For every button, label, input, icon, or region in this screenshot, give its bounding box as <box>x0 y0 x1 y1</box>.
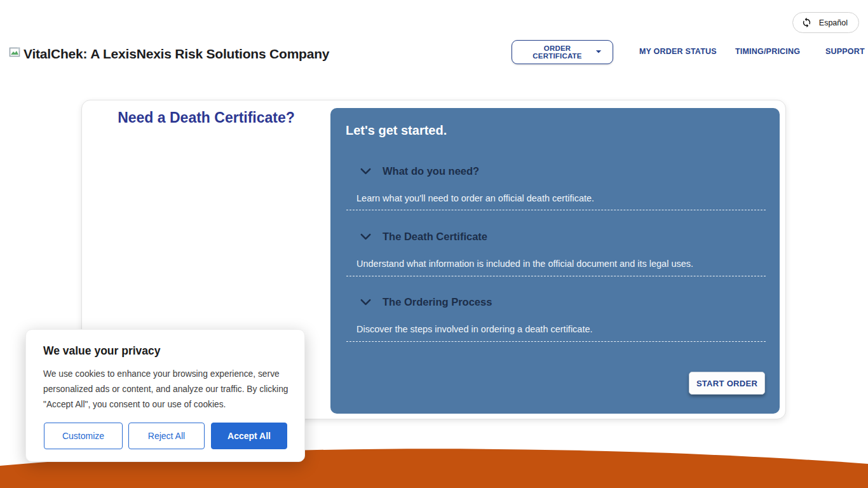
chevron-down-icon <box>358 164 373 179</box>
accordion-ordering-process[interactable]: The Ordering Process <box>358 295 492 309</box>
accordion-title: What do you need? <box>383 165 479 177</box>
nav-support[interactable]: SUPPORT <box>825 47 865 56</box>
accordion-what-do-you-need[interactable]: What do you need? <box>358 164 479 179</box>
broken-image-icon <box>9 46 22 62</box>
reject-all-button[interactable]: Reject All <box>128 423 205 449</box>
get-started-panel: Let's get started. What do you need? Lea… <box>330 108 780 414</box>
chevron-down-icon <box>592 45 605 59</box>
chevron-down-icon <box>358 295 373 309</box>
chevron-down-icon <box>358 229 373 244</box>
accordion-title: The Death Certificate <box>383 231 487 243</box>
customize-button[interactable]: Customize <box>44 423 123 449</box>
vitalchek-logo[interactable]: VitalChek: A LexisNexis Risk Solutions C… <box>9 46 329 62</box>
cookie-dialog-title: We value your privacy <box>43 344 161 358</box>
order-certificate-label: ORDER CERTIFICATE <box>522 44 592 60</box>
accordion-description: Discover the steps involved in ordering … <box>356 324 593 334</box>
accordion-death-certificate[interactable]: The Death Certificate <box>358 229 487 244</box>
language-toggle-button[interactable]: Español <box>792 12 859 33</box>
accept-all-button[interactable]: Accept All <box>211 423 287 449</box>
refresh-icon <box>801 17 812 28</box>
language-label: Español <box>819 18 848 27</box>
nav-my-order-status[interactable]: MY ORDER STATUS <box>639 47 717 56</box>
cookie-dialog-body: We use cookies to enhance your browsing … <box>43 367 292 412</box>
nav-timing-pricing[interactable]: TIMING/PRICING <box>735 47 800 56</box>
accordion-description: Understand what information is included … <box>356 259 693 269</box>
logo-alt-text: VitalChek: A LexisNexis Risk Solutions C… <box>24 46 329 62</box>
start-order-button[interactable]: START ORDER <box>689 372 765 395</box>
page-title: Need a Death Certificate? <box>82 109 330 126</box>
cookie-consent-dialog: We value your privacy We use cookies to … <box>25 329 305 462</box>
dashed-divider <box>346 210 766 210</box>
dashed-divider <box>346 341 766 342</box>
accordion-description: Learn what you'll need to order an offic… <box>356 193 594 203</box>
dashed-divider <box>346 276 766 276</box>
order-certificate-dropdown[interactable]: ORDER CERTIFICATE <box>512 40 613 64</box>
accordion-title: The Ordering Process <box>383 296 492 308</box>
panel-heading: Let's get started. <box>346 123 447 138</box>
